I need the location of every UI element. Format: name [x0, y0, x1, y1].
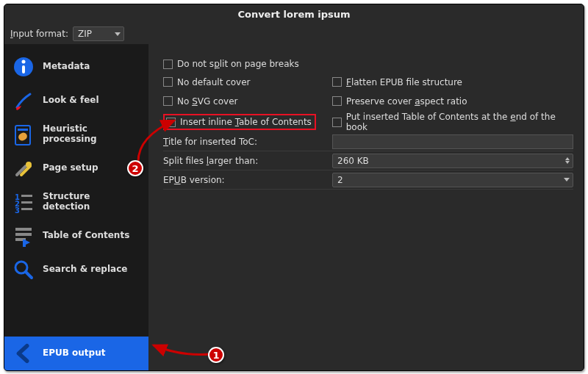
svg-rect-16	[23, 240, 26, 247]
split-size-value: 260 KB	[337, 156, 369, 166]
epub-output-panel: Do not split on page breaks No default c…	[148, 44, 584, 370]
checkbox-box	[332, 77, 342, 87]
input-format-combo[interactable]: ZIP	[73, 26, 124, 41]
svg-rect-10	[21, 195, 32, 197]
input-format-label: Input format:	[10, 29, 68, 39]
chevron-down-icon	[115, 32, 121, 36]
svg-rect-12	[21, 208, 32, 210]
sidebar-item-look-feel[interactable]: Look & feel	[4, 84, 148, 118]
svg-point-6	[26, 162, 32, 168]
checkbox-label: Insert inline Table of Contents	[180, 117, 312, 127]
epub-version-value: 2	[337, 175, 343, 185]
checkbox-label: No SVG cover	[177, 96, 237, 107]
window-title: Convert lorem ipsum	[237, 9, 350, 20]
checkbox-no-split[interactable]: Do not split on page breaks	[163, 59, 299, 69]
checkbox-no-default-cover[interactable]: No default cover	[163, 77, 251, 87]
sidebar-item-toc[interactable]: Table of Contents	[4, 219, 148, 253]
svg-line-18	[26, 272, 32, 278]
spinner-arrows	[565, 157, 570, 164]
sidebar-item-label: Structure detection	[43, 192, 138, 212]
row-cover-flatten: No default cover Flatten EPUB file struc…	[163, 73, 573, 93]
brush-icon	[12, 89, 35, 112]
combo-epub-version[interactable]: 2	[332, 173, 573, 187]
annotation-marker-2: 2	[127, 160, 143, 176]
checkbox-box	[163, 96, 173, 106]
sidebar-item-heuristic[interactable]: Heuristic processing	[4, 118, 148, 151]
row-no-split: Do not split on page breaks	[163, 54, 573, 73]
input-format-value: ZIP	[78, 29, 92, 39]
sidebar-item-label: EPUB output	[43, 348, 105, 359]
titlebar: Convert lorem ipsum	[4, 4, 584, 24]
chevron-left-icon	[12, 342, 35, 365]
svg-rect-13	[15, 228, 32, 231]
label-epub-version: EPUB version:	[163, 175, 318, 185]
toc-icon	[12, 224, 35, 248]
checkbox-box	[163, 77, 173, 87]
tools-icon	[12, 157, 35, 180]
checkbox-label: No default cover	[177, 77, 251, 87]
list-numbers-icon: 123	[12, 190, 35, 214]
checkbox-label: Do not split on page breaks	[177, 59, 299, 69]
checkbox-toc-end[interactable]: Put inserted Table of Contents at the en…	[332, 112, 573, 132]
dialog-body: Metadata Look & feel Heuristic processin…	[4, 44, 584, 370]
input-format-row: Input format: ZIP	[4, 24, 584, 44]
sidebar-item-label: Page setup	[43, 163, 98, 173]
sidebar-item-label: Metadata	[43, 62, 90, 72]
svg-text:3: 3	[15, 206, 20, 213]
label-toc-title: Title for inserted ToC:	[163, 137, 318, 147]
svg-rect-5	[17, 132, 28, 143]
checkbox-flatten[interactable]: Flatten EPUB file structure	[332, 77, 462, 87]
sidebar-item-label: Search & replace	[43, 265, 127, 275]
sidebar-item-structure[interactable]: 123 Structure detection	[4, 185, 148, 219]
annotation-marker-1: 1	[208, 347, 224, 363]
svg-point-2	[22, 60, 26, 64]
row-inline-toc: ✓ Insert inline Table of Contents Put in…	[163, 112, 573, 132]
label-split-size: Split files larger than:	[163, 156, 318, 166]
bandage-icon	[12, 123, 35, 146]
svg-rect-11	[21, 201, 32, 204]
checkbox-box	[332, 96, 342, 106]
checkbox-no-svg[interactable]: No SVG cover	[163, 96, 237, 107]
sidebar-item-label: Table of Contents	[43, 231, 129, 241]
checkbox-preserve-aspect[interactable]: Preserve cover aspect ratio	[332, 96, 467, 107]
row-svg-aspect: No SVG cover Preserve cover aspect ratio	[163, 93, 573, 112]
sidebar-item-label: Look & feel	[43, 96, 99, 106]
sidebar-item-epub-output[interactable]: EPUB output	[4, 337, 148, 370]
search-icon	[12, 258, 35, 281]
sidebar-item-label: Heuristic processing	[43, 124, 138, 145]
checkbox-label: Flatten EPUB file structure	[346, 77, 462, 87]
checkbox-label: Put inserted Table of Contents at the en…	[346, 112, 573, 132]
checkbox-box	[163, 60, 173, 69]
svg-rect-4	[18, 129, 28, 131]
checkbox-label: Preserve cover aspect ratio	[346, 96, 467, 107]
svg-rect-1	[22, 65, 25, 73]
sidebar: Metadata Look & feel Heuristic processin…	[4, 44, 148, 370]
sidebar-item-search-replace[interactable]: Search & replace	[4, 253, 148, 287]
spinner-split-size[interactable]: 260 KB	[332, 154, 573, 168]
input-toc-title[interactable]	[332, 134, 573, 149]
annotation-highlight: ✓ Insert inline Table of Contents	[163, 114, 316, 130]
svg-rect-14	[15, 233, 32, 236]
row-epub-version: EPUB version: 2	[163, 170, 573, 190]
row-split-size: Split files larger than: 260 KB	[163, 151, 573, 170]
convert-dialog: Convert lorem ipsum Input format: ZIP Me…	[4, 4, 584, 371]
info-icon	[12, 55, 35, 79]
sidebar-item-metadata[interactable]: Metadata	[4, 50, 148, 84]
checkbox-box: ✓	[166, 118, 176, 127]
checkbox-box	[332, 118, 342, 127]
checkbox-inline-toc[interactable]: ✓ Insert inline Table of Contents	[166, 117, 312, 127]
row-toc-title: Title for inserted ToC:	[163, 132, 573, 151]
chevron-down-icon	[564, 178, 570, 181]
